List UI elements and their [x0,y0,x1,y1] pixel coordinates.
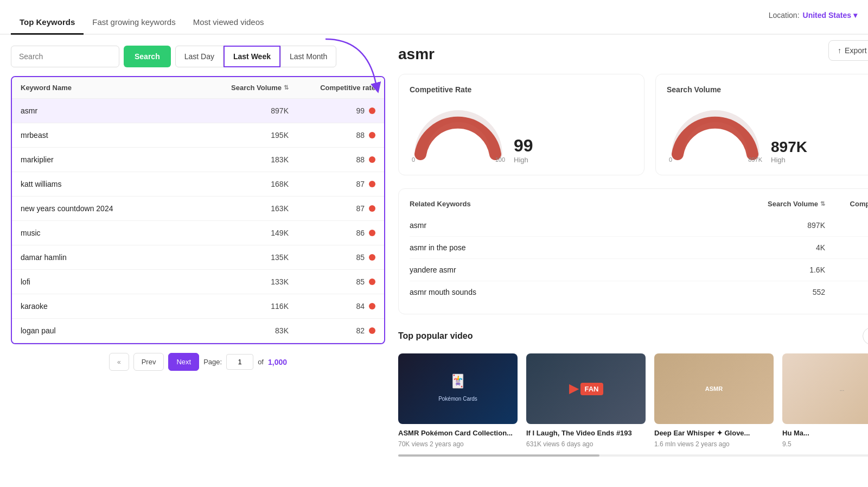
row-keyword-name: karaoke [21,302,202,311]
popular-video-title: Top popular video [398,331,473,341]
table-row[interactable]: katt williams 168K 87 [12,172,384,197]
volume-gauge-min: 0 [669,156,672,163]
export-pdf-button[interactable]: ↑ Export to PDF [828,40,868,61]
video-nav: ← → [863,327,868,345]
video-meta: 70K views 2 years ago [398,440,518,448]
row-volume: 168K [202,180,289,188]
popular-videos-section: Top popular video ← → 🃏Pokémon Cards ASM… [398,327,868,457]
related-keyword-name: asmr in the pose [410,243,749,252]
table-row[interactable]: lofi 133K 85 [12,270,384,294]
row-keyword-name: logan paul [21,326,202,335]
video-prev-button[interactable]: ← [863,327,868,345]
table-row[interactable]: music 149K 86 [12,221,384,245]
filter-last-day[interactable]: Last Day [175,46,224,67]
row-keyword-name: markiplier [21,155,202,164]
table-row[interactable]: markiplier 183K 88 [12,148,384,172]
competitive-rate-value: 99 [514,136,533,156]
prev-page-button[interactable]: Prev [133,353,164,371]
rate-dot [369,230,375,236]
video-scrollbar [398,454,868,457]
row-keyword-name: music [21,229,202,237]
col-search-volume: Search Volume ⇅ [202,84,289,92]
related-volume: 1.6K [749,265,825,274]
competitive-rate-gauge [410,103,507,162]
rate-dot [369,205,375,212]
video-title: Deep Ear Whisper ✦ Glove... [654,428,774,438]
related-rate: 60 [825,243,868,252]
search-volume-card: Search Volume 0 897K 897K High [655,74,868,175]
row-volume: 83K [202,326,289,335]
video-title: If I Laugh, The Video Ends #193 [526,428,646,438]
table-row[interactable]: asmr 897K 99 [12,99,384,123]
search-volume-sublabel: High [771,156,786,164]
competitive-rate-sublabel: High [514,156,528,164]
of-label: of [258,358,264,366]
row-volume: 163K [202,204,289,213]
next-page-button[interactable]: Next [168,353,199,371]
row-keyword-name: katt williams [21,180,202,188]
related-col-volume: Search Volume ⇅ [749,200,825,208]
col-keyword-name: Keyword Name [21,84,202,92]
row-volume: 183K [202,155,289,164]
search-volume-value: 897K [771,138,807,156]
row-rate: 88 [289,131,375,140]
col-competitive-rate: Competitive rate [289,84,375,92]
related-header: Related Keywords Search Volume ⇅ Competi… [410,200,868,208]
filter-last-month[interactable]: Last Month [280,46,336,67]
keyword-table: Keyword Name Search Volume ⇅ Competitive… [11,76,385,344]
first-page-button[interactable]: « [109,353,129,371]
rate-dot [369,254,375,261]
related-row[interactable]: asmr 897K 99 [410,214,868,237]
row-rate: 84 [289,302,375,311]
search-button[interactable]: Search [124,46,171,67]
tab-most-viewed[interactable]: Most viewed videos [184,11,273,35]
row-rate: 86 [289,229,375,237]
row-rate: 85 [289,277,375,286]
gauge-row: Competitive Rate [398,74,868,175]
sort-volume-icon[interactable]: ⇅ [284,84,289,91]
row-keyword-name: lofi [21,277,202,286]
video-section-header: Top popular video ← → [398,327,868,345]
related-row[interactable]: asmr in the pose 4K 60 [410,237,868,259]
video-title: Hu Ma... [782,428,868,438]
related-row[interactable]: yandere asmr 1.6K 54 [410,259,868,281]
table-row[interactable]: new years countdown 2024 163K 87 [12,197,384,221]
row-rate: 88 [289,155,375,164]
row-keyword-name: mrbeast [21,131,202,140]
row-rate: 85 [289,253,375,262]
page-input[interactable] [226,354,253,370]
table-row[interactable]: damar hamlin 135K 85 [12,245,384,270]
related-keyword-name: asmr mouth sounds [410,288,749,296]
search-input[interactable] [11,46,119,67]
row-rate: 87 [289,180,375,188]
related-keyword-name: asmr [410,221,749,230]
related-rate: 46 [825,288,868,296]
gauge-min-label: 0 [412,156,415,163]
table-row[interactable]: mrbeast 195K 88 [12,123,384,148]
location-link[interactable]: United States ▾ [803,11,857,20]
video-card[interactable]: 🃏Pokémon Cards ASMR Pokémon Card Collect… [398,353,518,448]
table-row[interactable]: karaoke 116K 84 [12,294,384,319]
volume-gauge-max: 897K [748,156,762,163]
search-volume-title: Search Volume [667,85,868,94]
row-volume: 149K [202,229,289,237]
video-card[interactable]: ▶FAN If I Laugh, The Video Ends #193 631… [526,353,646,448]
tab-top-keywords[interactable]: Top Keywords [11,11,84,35]
filter-last-week[interactable]: Last Week [224,46,280,67]
video-card[interactable]: ... Hu Ma... 9.5 [782,353,868,448]
video-meta: 1.6 mln views 2 years ago [654,440,774,448]
video-scrollbar-thumb [398,454,599,457]
rate-dot [369,132,375,138]
rate-dot [369,181,375,187]
related-col-rate: Competitive [825,200,868,208]
competitive-rate-card: Competitive Rate [398,74,644,175]
keyword-title: asmr [398,46,868,63]
table-row[interactable]: logan paul 83K 82 [12,319,384,343]
export-icon: ↑ [838,46,841,55]
video-card[interactable]: ASMR Deep Ear Whisper ✦ Glove... 1.6 mln… [654,353,774,448]
tab-fast-growing[interactable]: Fast growing keywords [84,11,184,35]
related-row[interactable]: asmr mouth sounds 552 46 [410,281,868,303]
video-thumbnail: 🃏Pokémon Cards [398,353,518,424]
related-sort-icon[interactable]: ⇅ [820,200,825,207]
table-rows: asmr 897K 99 mrbeast 195K 88 markiplier … [12,99,384,343]
